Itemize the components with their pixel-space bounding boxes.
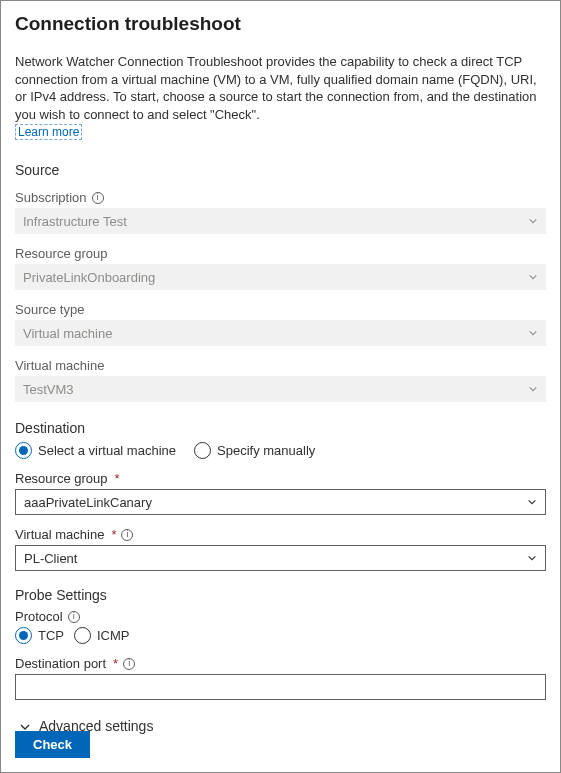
radio-tcp[interactable]: TCP bbox=[15, 627, 64, 644]
chevron-down-icon bbox=[527, 497, 537, 507]
connection-troubleshoot-panel: Connection troubleshoot Network Watcher … bbox=[0, 0, 561, 773]
subscription-label-text: Subscription bbox=[15, 190, 87, 205]
source-type-label: Source type bbox=[15, 302, 546, 317]
source-rg-value: PrivateLinkOnboarding bbox=[23, 270, 155, 285]
dest-port-label-text: Destination port bbox=[15, 656, 106, 671]
dest-vm-select[interactable]: PL-Client bbox=[15, 545, 546, 571]
radio-icmp-label: ICMP bbox=[97, 628, 130, 643]
learn-more-link[interactable]: Learn more bbox=[15, 124, 82, 140]
radio-select-vm-label: Select a virtual machine bbox=[38, 443, 176, 458]
source-type-select[interactable]: Virtual machine bbox=[15, 320, 546, 346]
destination-mode-radios: Select a virtual machine Specify manuall… bbox=[15, 442, 546, 459]
subscription-value: Infrastructure Test bbox=[23, 214, 127, 229]
source-rg-select[interactable]: PrivateLinkOnboarding bbox=[15, 264, 546, 290]
source-heading: Source bbox=[15, 162, 546, 178]
required-marker: * bbox=[113, 656, 118, 671]
info-icon[interactable]: i bbox=[92, 192, 104, 204]
protocol-label: Protocol i bbox=[15, 609, 546, 624]
chevron-down-icon bbox=[528, 216, 538, 226]
dest-rg-label: Resource group* bbox=[15, 471, 546, 486]
required-marker: * bbox=[111, 527, 116, 542]
chevron-down-icon bbox=[528, 272, 538, 282]
radio-specify-manually-label: Specify manually bbox=[217, 443, 315, 458]
advanced-settings-toggle[interactable]: Advanced settings bbox=[15, 718, 546, 734]
protocol-label-text: Protocol bbox=[15, 609, 63, 624]
dest-port-label: Destination port* i bbox=[15, 656, 546, 671]
chevron-down-icon bbox=[528, 384, 538, 394]
source-vm-value: TestVM3 bbox=[23, 382, 74, 397]
subscription-label: Subscription i bbox=[15, 190, 546, 205]
destination-heading: Destination bbox=[15, 420, 546, 436]
required-marker: * bbox=[115, 471, 120, 486]
dest-vm-label-text: Virtual machine bbox=[15, 527, 104, 542]
subscription-select[interactable]: Infrastructure Test bbox=[15, 208, 546, 234]
dest-rg-value: aaaPrivateLinkCanary bbox=[24, 495, 152, 510]
source-rg-label: Resource group bbox=[15, 246, 546, 261]
radio-icon bbox=[15, 442, 32, 459]
probe-heading: Probe Settings bbox=[15, 587, 546, 603]
dest-port-input[interactable] bbox=[15, 674, 546, 700]
radio-icon bbox=[74, 627, 91, 644]
source-vm-label: Virtual machine bbox=[15, 358, 546, 373]
dest-rg-select[interactable]: aaaPrivateLinkCanary bbox=[15, 489, 546, 515]
radio-tcp-label: TCP bbox=[38, 628, 64, 643]
source-vm-select[interactable]: TestVM3 bbox=[15, 376, 546, 402]
intro-text: Network Watcher Connection Troubleshoot … bbox=[15, 53, 546, 123]
radio-specify-manually[interactable]: Specify manually bbox=[194, 442, 315, 459]
chevron-down-icon bbox=[528, 328, 538, 338]
protocol-radios: TCP ICMP bbox=[15, 627, 546, 644]
dest-rg-label-text: Resource group bbox=[15, 471, 108, 486]
info-icon[interactable]: i bbox=[68, 611, 80, 623]
radio-icmp[interactable]: ICMP bbox=[74, 627, 130, 644]
source-type-value: Virtual machine bbox=[23, 326, 112, 341]
info-icon[interactable]: i bbox=[123, 658, 135, 670]
info-icon[interactable]: i bbox=[121, 529, 133, 541]
radio-select-vm[interactable]: Select a virtual machine bbox=[15, 442, 176, 459]
dest-vm-value: PL-Client bbox=[24, 551, 77, 566]
dest-vm-label: Virtual machine* i bbox=[15, 527, 546, 542]
chevron-down-icon bbox=[527, 553, 537, 563]
radio-icon bbox=[194, 442, 211, 459]
page-title: Connection troubleshoot bbox=[15, 13, 546, 35]
radio-icon bbox=[15, 627, 32, 644]
check-button[interactable]: Check bbox=[15, 731, 90, 758]
